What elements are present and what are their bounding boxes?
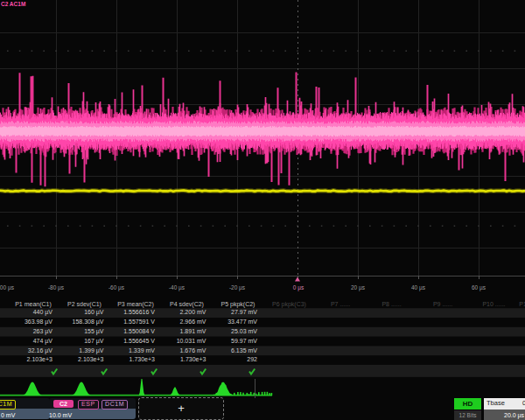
svg-text:0 µs: 0 µs [293,284,304,291]
svg-text:P11 ......: P11 ...... [519,301,525,307]
svg-text:P3 mean(C2): P3 mean(C2) [117,301,154,308]
svg-text:P7 ......: P7 ...... [331,301,350,307]
svg-text:-100 µs: -100 µs [0,284,15,291]
svg-text:P6 pkpk(C3): P6 pkpk(C3) [272,301,306,308]
svg-text:P5 pkpk(C2): P5 pkpk(C2) [221,301,256,308]
svg-text:440 µV: 440 µV [33,309,53,316]
svg-text:1.339 mV: 1.339 mV [129,347,155,354]
svg-text:P10 ......: P10 ...... [482,301,505,307]
svg-text:167 µV: 167 µV [84,338,104,345]
svg-text:-40 µs: -40 µs [169,284,186,291]
svg-text:40 µs: 40 µs [411,284,426,291]
svg-text:2.103e+3: 2.103e+3 [78,356,103,362]
svg-text:C2 AC1M: C2 AC1M [1,1,25,7]
svg-text:P2 sdev(C1): P2 sdev(C1) [67,301,102,308]
svg-text:1.676 mV: 1.676 mV [180,347,206,354]
svg-text:263 µV: 263 µV [33,328,53,335]
svg-text:6.135 mV: 6.135 mV [231,347,257,354]
svg-text:474 µV: 474 µV [33,338,53,345]
svg-text:292: 292 [247,356,257,362]
svg-text:10.031 mV: 10.031 mV [177,338,206,344]
svg-text:155 µV: 155 µV [84,328,104,335]
svg-text:P4 sdev(C2): P4 sdev(C2) [170,301,204,308]
svg-text:2.200 mV: 2.200 mV [180,309,206,315]
svg-text:20 µs: 20 µs [351,284,366,291]
svg-text:2.966 mV: 2.966 mV [180,318,206,325]
svg-text:59.97 mV: 59.97 mV [231,338,257,344]
svg-text:1.557591 V: 1.557591 V [123,318,155,325]
svg-text:P1 mean(C1): P1 mean(C1) [15,301,52,308]
svg-text:158.308 µV: 158.308 µV [73,318,104,326]
svg-text:33.477 mV: 33.477 mV [228,318,257,325]
svg-text:1.891 mV: 1.891 mV [180,328,206,334]
svg-text:1.550084 V: 1.550084 V [123,328,155,334]
svg-text:1.556645 V: 1.556645 V [123,338,155,344]
svg-text:1.730e+3: 1.730e+3 [180,356,206,362]
svg-text:P8 ......: P8 ...... [382,301,401,307]
svg-text:32.16 µV: 32.16 µV [28,347,52,354]
svg-text:160 µV: 160 µV [84,309,104,316]
svg-text:363.98 µV: 363.98 µV [24,318,52,326]
svg-text:60 µs: 60 µs [472,284,486,291]
svg-text:P9 ......: P9 ...... [433,301,452,307]
svg-text:1.730e+3: 1.730e+3 [130,356,155,362]
svg-text:2.103e+3: 2.103e+3 [27,356,52,362]
svg-text:25.03 mV: 25.03 mV [231,328,257,334]
svg-text:1.399 µV: 1.399 µV [79,347,103,354]
svg-text:-20 µs: -20 µs [229,284,246,291]
svg-text:-80 µs: -80 µs [48,284,65,291]
svg-text:27.97 mV: 27.97 mV [231,309,257,315]
svg-text:-60 µs: -60 µs [108,284,125,291]
svg-text:1.556616 V: 1.556616 V [123,309,155,315]
